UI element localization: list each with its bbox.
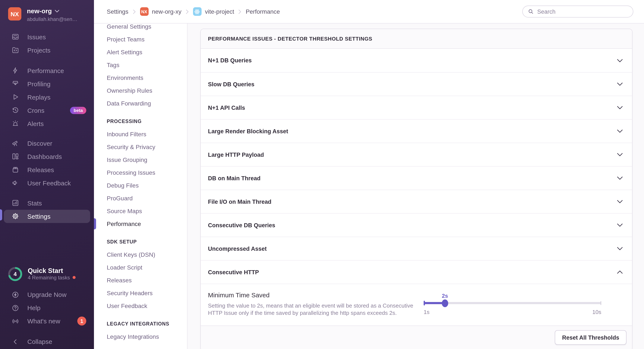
chevron-down-icon — [617, 224, 623, 227]
megaphone-icon — [12, 179, 19, 187]
settings-nav-item-security-headers[interactable]: Security Headers — [94, 287, 187, 300]
settings-nav-item-data-forwarding[interactable]: Data Forwarding — [94, 97, 187, 110]
panel-title: PERFORMANCE ISSUES - DETECTOR THRESHOLD … — [201, 29, 632, 49]
settings-nav-item-ownership-rules[interactable]: Ownership Rules — [94, 84, 187, 97]
lightning-icon — [12, 67, 19, 74]
slider-handle[interactable] — [442, 299, 448, 307]
settings-nav-item-proguard[interactable]: ProGuard — [94, 192, 187, 204]
sidebar-item-profiling[interactable]: Profiling — [4, 77, 90, 90]
react-platform-icon — [193, 7, 202, 16]
primary-nav: Issues Projects Performance Profiling Re… — [0, 30, 94, 223]
sidebar-item-issues[interactable]: Issues — [4, 30, 90, 44]
search-input[interactable] — [537, 8, 628, 15]
sidebar-item-label: Projects — [27, 46, 50, 54]
org-switcher[interactable]: NX new-org abdullah.khan@sen… — [0, 0, 94, 22]
settings-nav-item-user-feedback[interactable]: User Feedback — [94, 300, 187, 312]
org-name: new-org — [27, 7, 52, 16]
chevron-down-icon — [617, 130, 623, 133]
sidebar-item-label: Stats — [27, 200, 42, 207]
breadcrumb-page: Performance — [246, 8, 280, 15]
play-icon — [12, 93, 19, 101]
settings-nav-item-performance[interactable]: Performance — [94, 218, 187, 230]
settings-nav-item-client-keys[interactable]: Client Keys (DSN) — [94, 248, 187, 261]
breadcrumb-organization[interactable]: NX new-org-xy — [140, 7, 182, 16]
sidebar-item-alerts[interactable]: Alerts — [4, 117, 90, 130]
setting-label: Minimum Time Saved — [208, 291, 424, 298]
help-icon — [12, 304, 19, 312]
sidebar-item-whats-new[interactable]: What's new 1 — [4, 314, 90, 328]
detector-row-n1-api-calls[interactable]: N+1 API Calls — [201, 96, 632, 119]
search-icon — [528, 8, 534, 14]
breadcrumb-separator-icon — [186, 9, 189, 14]
breadcrumb-project[interactable]: vite-project — [193, 7, 234, 16]
org-name-row[interactable]: new-org — [27, 7, 78, 16]
detector-label: DB on Main Thread — [208, 175, 260, 181]
detector-label: Large Render Blocking Asset — [208, 128, 288, 134]
breadcrumb-settings[interactable]: Settings — [107, 8, 128, 15]
sidebar-item-crons[interactable]: Crons beta — [4, 104, 90, 117]
settings-nav-item-tags[interactable]: Tags — [94, 58, 187, 71]
settings-nav-item-alert-settings[interactable]: Alert Settings — [94, 46, 187, 58]
sidebar-item-label: Profiling — [27, 80, 50, 88]
detector-label: Consecutive HTTP — [208, 269, 259, 275]
sidebar-item-upgrade-now[interactable]: Upgrade Now — [4, 288, 90, 301]
sidebar-item-discover[interactable]: Discover — [4, 137, 90, 150]
detector-label: Large HTTP Payload — [208, 152, 264, 158]
settings-nav-item-issue-grouping[interactable]: Issue Grouping — [94, 153, 187, 166]
sidebar-item-label: Alerts — [27, 120, 44, 127]
settings-nav-item-inbound-filters[interactable]: Inbound Filters — [94, 128, 187, 140]
quick-start-title: Quick Start — [28, 267, 76, 275]
detector-label: N+1 API Calls — [208, 104, 245, 111]
detector-row-uncompressed-asset[interactable]: Uncompressed Asset — [201, 237, 632, 260]
org-info: new-org abdullah.khan@sen… — [27, 7, 78, 22]
settings-nav-item-debug-files[interactable]: Debug Files — [94, 179, 187, 192]
settings-nav-item-releases[interactable]: Releases — [94, 274, 187, 287]
quick-start[interactable]: 4 Quick Start 4 Remaining tasks — [0, 265, 94, 282]
detector-row-db-on-main-thread[interactable]: DB on Main Thread — [201, 166, 632, 190]
reset-all-thresholds-button[interactable]: Reset All Thresholds — [555, 330, 626, 345]
search-box[interactable] — [522, 6, 633, 18]
settings-nav-list: General Settings Project Teams Alert Set… — [94, 24, 187, 343]
detector-row-consecutive-http[interactable]: Consecutive HTTP — [201, 260, 632, 284]
sidebar-item-dashboards[interactable]: Dashboards — [4, 150, 90, 163]
detector-row-file-io-on-main-thread[interactable]: File I/O on Main Thread — [201, 190, 632, 213]
sidebar-item-settings[interactable]: Settings — [4, 210, 90, 223]
sidebar-item-user-feedback[interactable]: User Feedback — [4, 176, 90, 190]
sidebar-item-replays[interactable]: Replays — [4, 90, 90, 104]
settings-nav-item-general-settings[interactable]: General Settings — [94, 24, 187, 33]
breadcrumb-separator-icon — [132, 9, 136, 14]
telescope-icon — [12, 140, 19, 147]
detector-row-consecutive-db-queries[interactable]: Consecutive DB Queries — [201, 213, 632, 237]
settings-nav-item-legacy-integrations[interactable]: Legacy Integrations — [94, 330, 187, 343]
chevron-down-icon — [617, 200, 623, 203]
consecutive-http-settings: Minimum Time Saved Setting the value to … — [201, 284, 632, 326]
slider-track[interactable] — [424, 302, 601, 304]
settings-nav-item-security-privacy[interactable]: Security & Privacy — [94, 140, 187, 153]
sidebar-collapse-button[interactable]: Collapse — [4, 335, 90, 348]
chevron-left-icon — [12, 338, 19, 345]
sidebar-item-label: Settings — [27, 213, 50, 220]
sidebar-item-performance[interactable]: Performance — [4, 64, 90, 77]
slider-value-label: 2s — [442, 292, 448, 299]
sidebar-item-label: Upgrade Now — [27, 291, 66, 298]
detector-label: File I/O on Main Thread — [208, 198, 272, 205]
detector-row-slow-db-queries[interactable]: Slow DB Queries — [201, 72, 632, 96]
org-badge: NX — [140, 7, 148, 16]
org-email: abdullah.khan@sen… — [27, 16, 78, 22]
detector-threshold-panel: PERFORMANCE ISSUES - DETECTOR THRESHOLD … — [200, 28, 632, 349]
settings-nav-item-source-maps[interactable]: Source Maps — [94, 204, 187, 218]
settings-nav-item-loader-script[interactable]: Loader Script — [94, 261, 187, 274]
sidebar-item-stats[interactable]: Stats — [4, 196, 90, 210]
detector-row-large-http-payload[interactable]: Large HTTP Payload — [201, 143, 632, 166]
detector-row-large-render-blocking-asset[interactable]: Large Render Blocking Asset — [201, 119, 632, 143]
settings-nav-item-processing-issues[interactable]: Processing Issues — [94, 166, 187, 179]
sidebar-item-help[interactable]: Help — [4, 301, 90, 314]
detector-row-n1-db-queries[interactable]: N+1 DB Queries — [201, 49, 632, 72]
slider-min-label: 1s — [424, 309, 430, 315]
settings-nav-item-project-teams[interactable]: Project Teams — [94, 33, 187, 46]
sidebar-item-releases[interactable]: Releases — [4, 163, 90, 176]
topbar: Settings NX new-org-xy vite-project Perf… — [94, 0, 644, 24]
slider-start-cap — [424, 301, 425, 306]
settings-nav-item-environments[interactable]: Environments — [94, 71, 187, 84]
sidebar-item-projects[interactable]: Projects — [4, 44, 90, 57]
